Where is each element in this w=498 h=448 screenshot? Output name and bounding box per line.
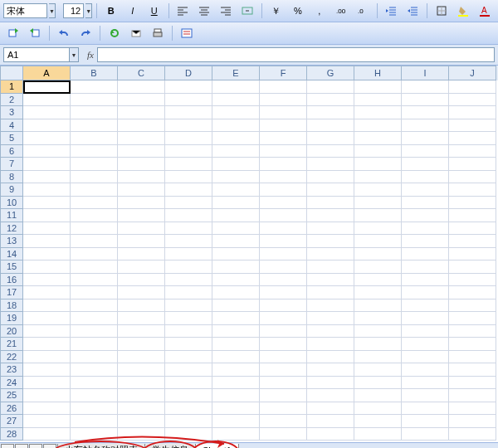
formula-input[interactable] — [97, 47, 495, 62]
cell[interactable] — [449, 158, 496, 171]
cell[interactable] — [118, 299, 165, 313]
sheet-tab-0[interactable]: 火车站名称对照表 — [57, 444, 145, 449]
row-header[interactable]: 9 — [0, 183, 23, 197]
cell[interactable] — [307, 132, 354, 145]
cell[interactable] — [354, 402, 402, 416]
cell[interactable] — [165, 286, 212, 299]
cell[interactable] — [212, 312, 260, 325]
cell[interactable] — [307, 158, 354, 171]
cell[interactable] — [307, 222, 354, 236]
cell[interactable] — [118, 286, 165, 299]
cell[interactable] — [354, 377, 402, 390]
cell[interactable] — [354, 197, 402, 210]
cell[interactable] — [449, 312, 496, 325]
cell[interactable] — [307, 351, 354, 364]
cell[interactable] — [23, 428, 71, 441]
cell[interactable] — [71, 80, 118, 94]
cell[interactable] — [307, 248, 354, 261]
cell[interactable] — [165, 132, 212, 145]
cell[interactable] — [402, 106, 449, 119]
row-header[interactable]: 25 — [0, 389, 23, 402]
cell[interactable] — [165, 325, 212, 338]
cell[interactable] — [23, 299, 71, 313]
cell[interactable] — [23, 94, 71, 107]
cell[interactable] — [118, 338, 165, 351]
cell[interactable] — [260, 197, 307, 210]
cell[interactable] — [118, 235, 165, 248]
align-left-button[interactable] — [173, 2, 193, 19]
cell[interactable] — [165, 312, 212, 325]
column-header[interactable]: J — [449, 66, 496, 80]
cell[interactable] — [449, 261, 496, 274]
cell[interactable] — [165, 209, 212, 222]
cell[interactable] — [118, 389, 165, 402]
cell[interactable] — [354, 80, 402, 94]
cell[interactable] — [212, 274, 260, 287]
cell[interactable] — [307, 274, 354, 287]
cell[interactable] — [402, 338, 449, 351]
cell[interactable] — [23, 132, 71, 145]
cell[interactable] — [354, 222, 402, 236]
row-header[interactable]: 6 — [0, 145, 23, 158]
cell[interactable] — [212, 171, 260, 184]
cell[interactable] — [71, 415, 118, 428]
cell[interactable] — [260, 80, 307, 94]
row-header[interactable]: 13 — [0, 235, 23, 248]
cell[interactable] — [449, 248, 496, 261]
tab-nav-prev[interactable]: ◀ — [15, 444, 28, 448]
cell[interactable] — [165, 261, 212, 274]
tab-nav-next[interactable]: ▶ — [29, 444, 42, 448]
cell[interactable] — [354, 325, 402, 338]
cell[interactable] — [307, 209, 354, 222]
column-header[interactable]: I — [402, 66, 449, 80]
cell[interactable] — [118, 351, 165, 364]
cell[interactable] — [260, 286, 307, 299]
cell[interactable] — [165, 351, 212, 364]
cell[interactable] — [71, 286, 118, 299]
increase-indent-button[interactable] — [403, 2, 422, 19]
cell[interactable] — [449, 235, 496, 248]
cell[interactable] — [23, 106, 71, 119]
cell[interactable] — [23, 377, 71, 390]
cell[interactable] — [307, 299, 354, 313]
cell[interactable] — [23, 145, 71, 158]
row-header[interactable]: 16 — [0, 274, 23, 287]
cell[interactable] — [165, 80, 212, 94]
cell[interactable] — [449, 183, 496, 197]
row-header[interactable]: 28 — [0, 428, 23, 441]
cell[interactable] — [260, 428, 307, 441]
cell[interactable] — [118, 402, 165, 416]
cell[interactable] — [307, 377, 354, 390]
cell[interactable] — [212, 351, 260, 364]
cell[interactable] — [23, 351, 71, 364]
font-color-button[interactable]: A — [475, 2, 495, 19]
tool-export-button[interactable] — [3, 25, 23, 41]
row-header[interactable]: 12 — [0, 222, 23, 236]
cell[interactable] — [260, 351, 307, 364]
cell[interactable] — [449, 338, 496, 351]
cell[interactable] — [354, 209, 402, 222]
row-header[interactable]: 2 — [0, 94, 23, 107]
cell[interactable] — [354, 106, 402, 119]
currency-button[interactable]: ￥ — [266, 2, 286, 19]
font-name-dropdown[interactable]: ▼ — [49, 3, 56, 18]
cell[interactable] — [354, 299, 402, 313]
cell[interactable] — [307, 171, 354, 184]
cell[interactable] — [212, 363, 260, 377]
cell[interactable] — [71, 209, 118, 222]
cell[interactable] — [307, 338, 354, 351]
tool-redo-button[interactable] — [76, 25, 95, 41]
decrease-decimal-button[interactable]: .0 — [353, 2, 373, 19]
cell[interactable] — [402, 428, 449, 441]
column-header[interactable]: C — [118, 66, 165, 80]
tool-send-button[interactable] — [126, 25, 146, 41]
cell[interactable] — [118, 132, 165, 145]
cell[interactable] — [260, 171, 307, 184]
cell[interactable] — [402, 363, 449, 377]
cell[interactable] — [212, 106, 260, 119]
row-header[interactable]: 19 — [0, 312, 23, 325]
row-header[interactable]: 20 — [0, 325, 23, 338]
cell[interactable] — [402, 171, 449, 184]
cell[interactable] — [165, 338, 212, 351]
cell[interactable] — [71, 235, 118, 248]
